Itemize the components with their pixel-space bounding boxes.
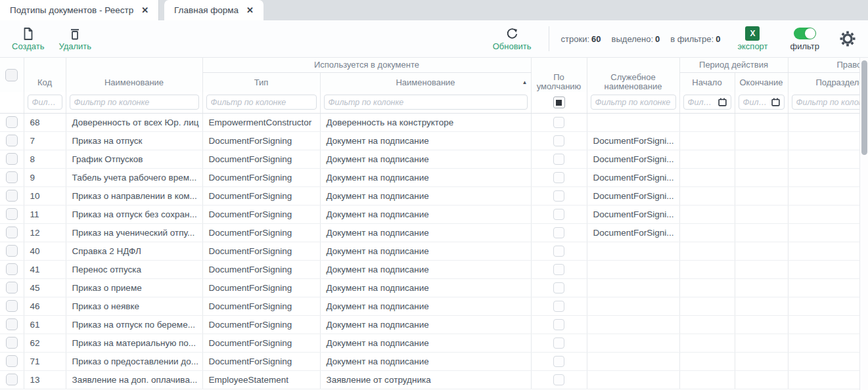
row-checkbox[interactable]	[6, 318, 18, 330]
table-row[interactable]: 45 Приказ о приеме DocumentForSigning До…	[0, 278, 868, 297]
by-default-checkbox[interactable]	[553, 356, 564, 367]
row-checkbox[interactable]	[6, 171, 18, 183]
close-icon[interactable]: ✕	[246, 6, 254, 14]
calendar-icon[interactable]	[771, 98, 780, 106]
table-row[interactable]: 11 Приказ на отпуск без сохран... Docume…	[0, 205, 868, 223]
table-row[interactable]: 12 Приказ на ученический отпу... Documen…	[0, 223, 868, 242]
vertical-scrollbar[interactable]	[859, 58, 868, 390]
column-header-end[interactable]: Окончание	[735, 72, 788, 92]
close-icon[interactable]: ✕	[141, 6, 148, 14]
group-header-validity-period: Период действия	[679, 58, 788, 72]
row-select-cell	[0, 168, 24, 186]
by-default-checkbox[interactable]	[553, 374, 564, 385]
column-header-by-default[interactable]: По умолчанию	[531, 72, 587, 92]
scrollbar-thumb[interactable]	[861, 60, 867, 155]
cell-doc-name: Документ на подписание	[320, 315, 531, 334]
end-date-filter-input[interactable]	[743, 98, 769, 107]
row-checkbox[interactable]	[6, 116, 18, 128]
tab-main-form[interactable]: Главная форма ✕	[164, 0, 263, 20]
filter-cell-name	[66, 92, 202, 113]
column-header-doc-name[interactable]: Наименование ▲	[320, 72, 531, 92]
row-checkbox[interactable]	[6, 282, 18, 293]
department-filter-input[interactable]	[796, 98, 868, 107]
cell-department	[788, 168, 868, 186]
table-row[interactable]: 8 График Отпусков DocumentForSigning Док…	[0, 150, 868, 168]
toolbar-divider	[549, 26, 549, 51]
code-filter-input[interactable]	[32, 98, 58, 107]
in-filter-count: в фильтре:0	[670, 34, 720, 44]
table-row[interactable]: 13 Заявление на доп. оплачива... Employe…	[0, 370, 868, 389]
table-row[interactable]: 68 Доверенность от всех Юр. лиц Empowerm…	[0, 113, 868, 131]
name-filter-input[interactable]	[74, 98, 194, 107]
create-button[interactable]: Создать	[7, 25, 49, 53]
column-header-code[interactable]: Код	[24, 72, 66, 92]
cell-service-name: DocumentForSigni...	[587, 150, 679, 168]
doc-name-filter-input[interactable]	[329, 98, 523, 107]
filter-cell-doc-name	[320, 92, 531, 113]
export-button[interactable]: X экспорт	[732, 25, 773, 53]
cell-doc-name: Документ на подписание	[320, 334, 531, 352]
cell-service-name	[587, 315, 679, 334]
column-header-start[interactable]: Начало	[679, 72, 735, 92]
row-checkbox[interactable]	[6, 153, 18, 165]
by-default-checkbox[interactable]	[553, 264, 564, 275]
table-row[interactable]: 9 Табель учета рабочего врем... Document…	[0, 168, 868, 186]
by-default-checkbox[interactable]	[553, 246, 564, 257]
cell-service-name: DocumentForSigni...	[587, 205, 679, 223]
calendar-icon[interactable]	[718, 98, 727, 106]
table-row[interactable]: 10 Приказ о направлении в ком... Documen…	[0, 186, 868, 205]
cell-type: EmployeeStatement	[202, 370, 320, 389]
by-default-checkbox[interactable]	[553, 117, 564, 128]
row-checkbox[interactable]	[6, 263, 18, 275]
row-checkbox[interactable]	[6, 355, 18, 367]
row-checkbox[interactable]	[6, 208, 18, 220]
refresh-button[interactable]: Обновить	[488, 25, 537, 53]
row-checkbox[interactable]	[6, 245, 18, 257]
cell-service-name	[587, 113, 679, 131]
by-default-checkbox[interactable]	[553, 319, 564, 330]
row-checkbox[interactable]	[6, 190, 18, 202]
cell-type: DocumentForSigning	[202, 205, 320, 223]
by-default-checkbox[interactable]	[553, 209, 564, 220]
by-default-filter-checkbox[interactable]	[553, 97, 565, 108]
table-row[interactable]: 71 Приказ о предоставлении до... Documen…	[0, 352, 868, 370]
row-checkbox[interactable]	[6, 337, 18, 349]
delete-button[interactable]: Удалить	[53, 25, 97, 53]
by-default-checkbox[interactable]	[553, 154, 564, 165]
by-default-checkbox[interactable]	[553, 337, 564, 349]
by-default-checkbox[interactable]	[553, 172, 564, 183]
cell-type: DocumentForSigning	[202, 278, 320, 297]
by-default-checkbox[interactable]	[553, 282, 564, 293]
by-default-checkbox[interactable]	[553, 190, 564, 202]
by-default-checkbox[interactable]	[553, 135, 564, 146]
table-row[interactable]: 46 Приказ о неявке DocumentForSigning До…	[0, 297, 868, 315]
row-select-cell	[0, 205, 24, 223]
column-header-service-name[interactable]: Служебное наименование	[587, 72, 679, 92]
row-checkbox[interactable]	[6, 300, 18, 312]
column-header-name[interactable]: Наименование	[66, 72, 202, 92]
table-row[interactable]: 62 Приказ на материальную по... Document…	[0, 334, 868, 352]
row-checkbox[interactable]	[6, 374, 18, 385]
table-row[interactable]: 40 Справка 2 НДФЛ DocumentForSigning Док…	[0, 242, 868, 260]
by-default-checkbox[interactable]	[553, 301, 564, 312]
table-row[interactable]: 7 Приказ на отпуск DocumentForSigning До…	[0, 131, 868, 150]
row-select-cell	[0, 131, 24, 150]
select-all-checkbox[interactable]	[5, 69, 18, 81]
cell-name: Доверенность от всех Юр. лиц	[66, 113, 202, 131]
table-row[interactable]: 41 Перенос отпуска DocumentForSigning До…	[0, 260, 868, 278]
table-row[interactable]: 61 Приказ на отпуск по береме... Documen…	[0, 315, 868, 334]
column-header-type[interactable]: Тип	[202, 72, 320, 92]
row-checkbox[interactable]	[6, 135, 18, 146]
cell-service-name	[587, 297, 679, 315]
type-filter-input[interactable]	[211, 98, 312, 107]
cell-by-default	[531, 223, 587, 242]
tab-document-subtypes[interactable]: Подтипы документов - Реестр ✕	[0, 0, 159, 20]
row-checkbox[interactable]	[6, 227, 18, 238]
filter-toggle[interactable]: фильтр	[785, 25, 825, 53]
by-default-checkbox[interactable]	[553, 227, 564, 238]
column-header-department[interactable]: Подразделе	[788, 72, 868, 92]
service-name-filter-input[interactable]	[595, 98, 672, 107]
cell-by-default	[531, 352, 587, 370]
settings-button[interactable]	[836, 30, 859, 47]
start-date-filter-input[interactable]	[688, 98, 716, 107]
